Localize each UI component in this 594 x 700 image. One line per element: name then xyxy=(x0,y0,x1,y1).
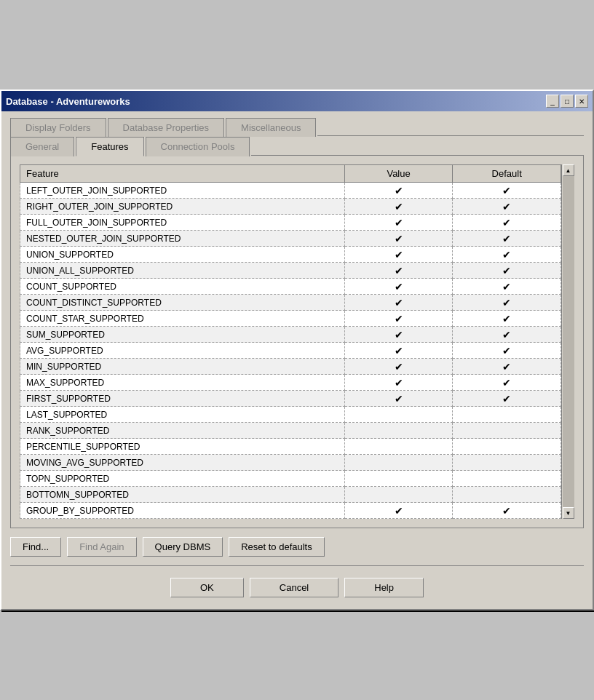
content-area: Display Folders Database Properties Misc… xyxy=(1,111,593,609)
default-cell[interactable]: ✔ xyxy=(453,503,561,519)
feature-cell: RANK_SUPPORTED xyxy=(20,423,345,439)
tab-features[interactable]: Features xyxy=(76,137,143,156)
value-cell[interactable]: ✔ xyxy=(344,375,453,391)
default-cell[interactable]: ✔ xyxy=(453,327,561,343)
feature-cell: LAST_SUPPORTED xyxy=(20,407,345,423)
default-cell[interactable]: ✔ xyxy=(453,391,561,407)
default-cell[interactable]: ✔ xyxy=(453,359,561,375)
default-cell[interactable]: ✔ xyxy=(453,343,561,359)
tab-rows: Display Folders Database Properties Misc… xyxy=(10,117,584,156)
default-cell[interactable]: ✔ xyxy=(453,375,561,391)
title-bar: Database - Adventureworks _ □ ✕ xyxy=(1,91,593,111)
feature-cell: COUNT_STAR_SUPPORTED xyxy=(20,311,345,327)
value-cell[interactable]: ✔ xyxy=(344,279,453,295)
scroll-up-button[interactable]: ▲ xyxy=(563,164,574,176)
default-cell[interactable]: ✔ xyxy=(453,295,561,311)
value-cell[interactable]: ✔ xyxy=(344,183,453,199)
help-button[interactable]: Help xyxy=(344,578,424,597)
value-cell[interactable]: ✔ xyxy=(344,391,453,407)
feature-cell: MAX_SUPPORTED xyxy=(20,375,345,391)
check-icon: ✔ xyxy=(502,377,511,389)
value-cell[interactable]: ✔ xyxy=(344,359,453,375)
ok-button[interactable]: OK xyxy=(170,578,244,597)
feature-table: Feature Value Default LEFT_OUTER_JOIN_SU… xyxy=(20,164,561,519)
check-icon: ✔ xyxy=(502,345,511,357)
col-header-feature: Feature xyxy=(20,165,345,183)
value-cell[interactable] xyxy=(344,423,453,439)
value-cell[interactable]: ✔ xyxy=(344,263,453,279)
default-cell[interactable]: ✔ xyxy=(453,263,561,279)
table-row: BOTTOMN_SUPPORTED xyxy=(20,487,561,503)
value-cell[interactable]: ✔ xyxy=(344,343,453,359)
default-cell[interactable]: ✔ xyxy=(453,247,561,263)
feature-cell: BOTTOMN_SUPPORTED xyxy=(20,487,345,503)
title-bar-buttons: _ □ ✕ xyxy=(546,95,588,108)
value-cell[interactable]: ✔ xyxy=(344,311,453,327)
default-cell[interactable]: ✔ xyxy=(453,279,561,295)
check-icon: ✔ xyxy=(395,185,403,196)
table-row: UNION_SUPPORTED✔✔ xyxy=(20,247,561,263)
default-cell[interactable]: ✔ xyxy=(453,311,561,327)
check-icon: ✔ xyxy=(502,265,511,277)
default-cell[interactable] xyxy=(453,423,561,439)
default-cell[interactable]: ✔ xyxy=(453,183,561,199)
value-cell[interactable]: ✔ xyxy=(344,247,453,263)
tab-database-properties[interactable]: Database Properties xyxy=(108,118,225,137)
check-icon: ✔ xyxy=(502,233,511,244)
value-cell[interactable] xyxy=(344,471,453,487)
default-cell[interactable] xyxy=(453,471,561,487)
value-cell[interactable]: ✔ xyxy=(344,503,453,519)
bottom-buttons: OK Cancel Help xyxy=(10,572,584,600)
value-cell[interactable]: ✔ xyxy=(344,215,453,231)
default-cell[interactable] xyxy=(453,407,561,423)
value-cell[interactable]: ✔ xyxy=(344,295,453,311)
feature-cell: RIGHT_OUTER_JOIN_SUPPORTED xyxy=(20,199,345,215)
value-cell[interactable] xyxy=(344,439,453,455)
check-icon: ✔ xyxy=(395,313,403,325)
reset-button[interactable]: Reset to defaults xyxy=(229,537,325,557)
table-row: MAX_SUPPORTED✔✔ xyxy=(20,375,561,391)
default-cell[interactable] xyxy=(453,455,561,471)
tab-display-folders[interactable]: Display Folders xyxy=(10,118,106,137)
tab-general[interactable]: General xyxy=(10,137,74,156)
scroll-down-button[interactable]: ▼ xyxy=(563,507,574,519)
find-button[interactable]: Find... xyxy=(10,537,61,557)
value-cell[interactable] xyxy=(344,455,453,471)
value-cell[interactable]: ✔ xyxy=(344,231,453,247)
table-row: AVG_SUPPORTED✔✔ xyxy=(20,343,561,359)
default-cell[interactable] xyxy=(453,487,561,503)
scrollbar[interactable]: ▲ ▼ xyxy=(561,164,574,519)
value-cell[interactable]: ✔ xyxy=(344,327,453,343)
tab-miscellaneous[interactable]: Miscellaneous xyxy=(226,118,316,137)
table-wrapper: Feature Value Default LEFT_OUTER_JOIN_SU… xyxy=(20,164,574,519)
maximize-button[interactable]: □ xyxy=(561,95,574,108)
feature-cell: NESTED_OUTER_JOIN_SUPPORTED xyxy=(20,231,345,247)
close-button[interactable]: ✕ xyxy=(575,95,588,108)
query-dbms-button[interactable]: Query DBMS xyxy=(143,537,223,557)
find-again-button[interactable]: Find Again xyxy=(67,537,136,557)
table-row: FULL_OUTER_JOIN_SUPPORTED✔✔ xyxy=(20,215,561,231)
value-cell[interactable]: ✔ xyxy=(344,199,453,215)
value-cell[interactable] xyxy=(344,487,453,503)
check-icon: ✔ xyxy=(395,281,403,293)
table-row: LEFT_OUTER_JOIN_SUPPORTED✔✔ xyxy=(20,183,561,199)
check-icon: ✔ xyxy=(395,217,403,228)
feature-cell: LEFT_OUTER_JOIN_SUPPORTED xyxy=(20,183,345,199)
tab-content: Feature Value Default LEFT_OUTER_JOIN_SU… xyxy=(10,156,584,528)
default-cell[interactable] xyxy=(453,439,561,455)
default-cell[interactable]: ✔ xyxy=(453,199,561,215)
scroll-track[interactable] xyxy=(563,176,574,507)
tab-connection-pools[interactable]: Connection Pools xyxy=(146,137,250,156)
check-icon: ✔ xyxy=(395,393,403,405)
default-cell[interactable]: ✔ xyxy=(453,231,561,247)
check-icon: ✔ xyxy=(502,185,511,196)
default-cell[interactable]: ✔ xyxy=(453,215,561,231)
table-row: FIRST_SUPPORTED✔✔ xyxy=(20,391,561,407)
value-cell[interactable] xyxy=(344,407,453,423)
col-header-default: Default xyxy=(453,165,561,183)
feature-cell: TOPN_SUPPORTED xyxy=(20,471,345,487)
minimize-button[interactable]: _ xyxy=(546,95,559,108)
check-icon: ✔ xyxy=(395,505,403,517)
cancel-button[interactable]: Cancel xyxy=(250,578,338,597)
check-icon: ✔ xyxy=(502,201,511,212)
